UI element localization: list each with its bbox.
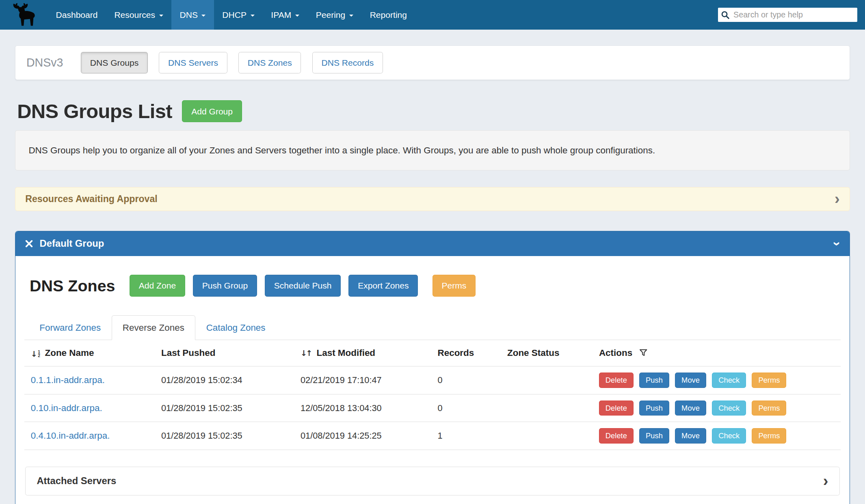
zone-type-tabs: Forward Zones Reverse Zones Catalog Zone… bbox=[24, 315, 841, 340]
records-cell: 0 bbox=[433, 394, 503, 422]
caret-down-icon bbox=[251, 15, 255, 17]
approval-banner[interactable]: Resources Awaiting Approval › bbox=[15, 187, 850, 211]
group-title: Default Group bbox=[40, 238, 104, 249]
chevron-down-icon[interactable]: › bbox=[832, 241, 843, 246]
zone-link[interactable]: 0.10.in-addr.arpa. bbox=[31, 403, 102, 413]
table-row: 0.10.in-addr.arpa. 01/28/2019 15:02:35 1… bbox=[24, 394, 841, 422]
default-group-header[interactable]: Default Group › bbox=[15, 231, 850, 256]
nav-item-reporting[interactable]: Reporting bbox=[361, 0, 415, 30]
zones-heading: DNS Zones bbox=[30, 277, 115, 295]
move-button[interactable]: Move bbox=[675, 401, 706, 416]
tab-forward-zones[interactable]: Forward Zones bbox=[28, 315, 112, 340]
column-label: Last Modified bbox=[316, 348, 375, 358]
column-label: Records bbox=[437, 348, 474, 358]
caret-down-icon bbox=[349, 15, 353, 17]
section-label: DNSv3 bbox=[26, 56, 63, 69]
search-icon[interactable] bbox=[718, 8, 732, 22]
page-header: DNS Groups List Add Group bbox=[15, 100, 850, 123]
column-header-last-pushed[interactable]: Last Pushed bbox=[157, 340, 296, 366]
nav-item-label: Dashboard bbox=[56, 10, 97, 20]
nav-item-peering[interactable]: Peering bbox=[307, 0, 361, 30]
close-icon[interactable] bbox=[25, 240, 33, 248]
nav-item-label: DHCP bbox=[222, 10, 247, 20]
last-modified-cell: 02/21/2019 17:10:47 bbox=[296, 366, 433, 394]
move-button[interactable]: Move bbox=[675, 428, 706, 444]
column-header-zone-status[interactable]: Zone Status bbox=[503, 340, 595, 366]
add-group-button[interactable]: Add Group bbox=[182, 100, 242, 122]
nav-item-label: Resources bbox=[114, 10, 155, 20]
table-row: 0.1.1.in-addr.arpa. 01/28/2019 15:02:34 … bbox=[24, 366, 841, 394]
caret-down-icon bbox=[159, 15, 163, 17]
schedule-push-button[interactable]: Schedule Push bbox=[265, 275, 341, 297]
sort-arrows-icon[interactable]: ↓↑ bbox=[301, 349, 311, 358]
delete-button[interactable]: Delete bbox=[599, 401, 634, 416]
zone-link[interactable]: 0.4.10.in-addr.arpa. bbox=[31, 431, 110, 441]
subnav-dns-servers-button[interactable]: DNS Servers bbox=[159, 52, 227, 74]
push-button[interactable]: Push bbox=[639, 373, 669, 388]
subnav-dns-groups-button[interactable]: DNS Groups bbox=[81, 52, 148, 74]
export-zones-button[interactable]: Export Zones bbox=[348, 275, 418, 297]
check-button[interactable]: Check bbox=[712, 401, 746, 416]
push-button[interactable]: Push bbox=[639, 401, 669, 416]
sort-numeric-icon[interactable]: ↓12 bbox=[31, 349, 40, 358]
nav-item-dhcp[interactable]: DHCP bbox=[214, 0, 263, 30]
column-header-records[interactable]: Records bbox=[433, 340, 503, 366]
last-modified-cell: 12/05/2018 13:04:30 bbox=[296, 394, 433, 422]
approval-banner-label: Resources Awaiting Approval bbox=[25, 194, 158, 205]
page-title: DNS Groups List bbox=[17, 100, 172, 123]
table-header-row: ↓12 Zone Name Last Pushed ↓↑ Last Modifi… bbox=[24, 340, 841, 366]
nav-item-resources[interactable]: Resources bbox=[106, 0, 171, 30]
check-button[interactable]: Check bbox=[712, 373, 746, 388]
attached-servers-label: Attached Servers bbox=[37, 475, 116, 487]
actions-cell: Delete Push Move Check Perms bbox=[595, 366, 841, 394]
delete-button[interactable]: Delete bbox=[599, 428, 634, 444]
column-label: Zone Status bbox=[507, 348, 559, 358]
moose-logo-icon[interactable] bbox=[9, 2, 37, 28]
push-button[interactable]: Push bbox=[639, 428, 669, 444]
nav-item-label: DNS bbox=[179, 10, 198, 20]
delete-button[interactable]: Delete bbox=[599, 373, 634, 388]
zone-status-cell bbox=[503, 394, 595, 422]
subnav-dns-zones-button[interactable]: DNS Zones bbox=[238, 52, 301, 74]
column-header-last-modified[interactable]: ↓↑ Last Modified bbox=[296, 340, 433, 366]
actions-cell: Delete Push Move Check Perms bbox=[595, 394, 841, 422]
perms-row-button[interactable]: Perms bbox=[752, 401, 786, 416]
nav-item-label: Reporting bbox=[370, 10, 407, 20]
records-cell: 1 bbox=[433, 422, 503, 450]
nav-item-label: IPAM bbox=[271, 10, 291, 20]
subnav-dns-records-button[interactable]: DNS Records bbox=[312, 52, 383, 74]
last-pushed-cell: 01/28/2019 15:02:35 bbox=[157, 394, 296, 422]
zone-link[interactable]: 0.1.1.in-addr.arpa. bbox=[31, 375, 105, 385]
column-header-zone-name[interactable]: ↓12 Zone Name bbox=[24, 340, 157, 366]
perms-button[interactable]: Perms bbox=[432, 275, 476, 297]
filter-icon[interactable] bbox=[639, 349, 647, 357]
nav-item-ipam[interactable]: IPAM bbox=[263, 0, 307, 30]
nav-item-label: Peering bbox=[316, 10, 346, 20]
move-button[interactable]: Move bbox=[675, 373, 706, 388]
app-root: Dashboard Resources DNS DHCP IPAM Peerin… bbox=[0, 0, 865, 504]
records-cell: 0 bbox=[433, 366, 503, 394]
check-button[interactable]: Check bbox=[712, 428, 746, 444]
push-group-button[interactable]: Push Group bbox=[193, 275, 257, 297]
caret-down-icon bbox=[201, 15, 205, 17]
tab-catalog-zones[interactable]: Catalog Zones bbox=[195, 315, 277, 340]
actions-cell: Delete Push Move Check Perms bbox=[595, 422, 841, 450]
navbar-search bbox=[718, 8, 857, 22]
perms-row-button[interactable]: Perms bbox=[752, 373, 786, 388]
column-label: Last Pushed bbox=[161, 348, 215, 358]
last-pushed-cell: 01/28/2019 15:02:34 bbox=[157, 366, 296, 394]
zone-status-cell bbox=[503, 422, 595, 450]
top-navbar: Dashboard Resources DNS DHCP IPAM Peerin… bbox=[0, 0, 865, 30]
default-group-panel: Default Group › DNS Zones Add Zone Push … bbox=[15, 231, 850, 504]
search-input[interactable] bbox=[732, 8, 857, 22]
last-pushed-cell: 01/28/2019 15:02:35 bbox=[157, 422, 296, 450]
tab-reverse-zones[interactable]: Reverse Zones bbox=[112, 315, 195, 340]
nav-item-dns[interactable]: DNS bbox=[171, 0, 214, 30]
perms-row-button[interactable]: Perms bbox=[752, 428, 786, 444]
caret-down-icon bbox=[295, 15, 299, 17]
column-label: Actions bbox=[599, 348, 632, 358]
column-header-actions: Actions bbox=[595, 340, 841, 366]
nav-item-dashboard[interactable]: Dashboard bbox=[48, 0, 106, 30]
attached-servers-header[interactable]: Attached Servers › bbox=[25, 467, 840, 495]
add-zone-button[interactable]: Add Zone bbox=[130, 275, 185, 297]
